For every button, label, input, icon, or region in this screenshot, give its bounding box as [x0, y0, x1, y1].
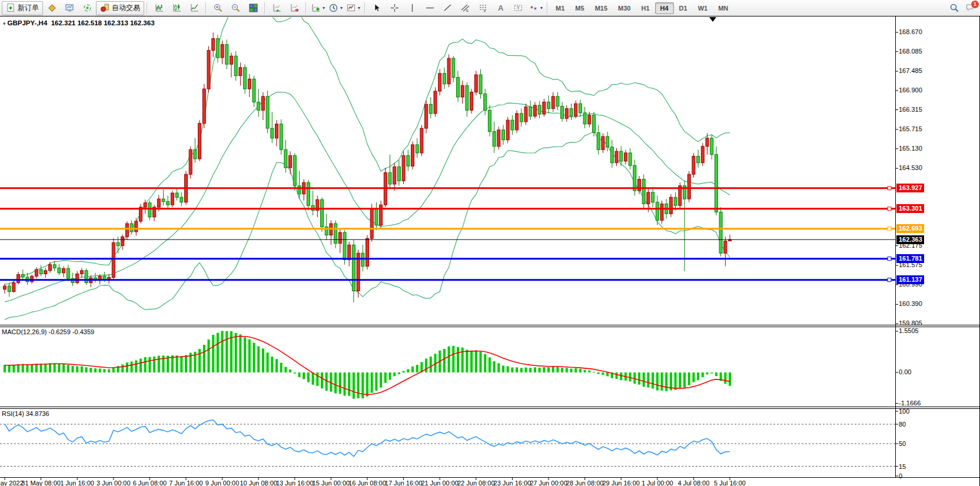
timeframe-mn[interactable]: MN [713, 2, 733, 14]
time-axis-label: 23 Jun 16:00 [494, 480, 531, 486]
timeframe-h1[interactable]: H1 [636, 2, 655, 14]
timeframe-m30[interactable]: M30 [613, 2, 636, 14]
zoom-in-button[interactable] [209, 1, 227, 15]
crosshair-icon [390, 3, 400, 13]
rsi-pane [0, 420, 895, 467]
market-watch-button[interactable] [61, 1, 78, 15]
price-axis-label: 164.530 [899, 164, 922, 171]
time-axis-label: 7 Jun 16:00 [169, 480, 203, 486]
timeframe-m1[interactable]: M1 [550, 2, 570, 14]
new-order-button[interactable]: 新订单 [2, 1, 43, 15]
timeframe-m5[interactable]: M5 [570, 2, 589, 14]
svg-text:E: E [466, 9, 469, 12]
symbol-dropdown-icon[interactable]: ▾ [3, 21, 6, 26]
timeframe-d1[interactable]: D1 [674, 2, 693, 14]
time-axis-label: 13 Jun 16:00 [276, 480, 314, 486]
auto-trading-label: 自动交易 [112, 3, 140, 13]
indicators-button[interactable]: ▾ [309, 1, 327, 15]
templates-icon [346, 3, 356, 13]
timeframe-w1[interactable]: W1 [693, 2, 713, 14]
zoom-out-button[interactable] [227, 1, 244, 15]
rsi-axis-label: 15 [899, 463, 906, 470]
price-line-label: 163.927 [896, 184, 924, 192]
fibonacci-icon: F [478, 3, 488, 13]
auto-scroll-button[interactable] [268, 1, 285, 15]
ohlc-values: 162.321 162.518 162.313 162.363 [51, 19, 155, 26]
rsi-axis-label: 80 [899, 421, 906, 428]
time-axis-label: 3 Jun 00:00 [97, 480, 131, 486]
trendline-icon [443, 3, 453, 13]
vertical-line-button[interactable] [403, 1, 421, 15]
horizontal-line-icon [425, 3, 435, 13]
line-chart-button[interactable] [185, 1, 203, 15]
time-axis-label: 31 May 08:00 [21, 480, 61, 486]
periods-icon [328, 3, 338, 13]
rsi-axis-label: 100 [899, 408, 909, 415]
rsi-axis-label: 0 [899, 472, 902, 480]
price-axis-label: 160.390 [899, 300, 922, 307]
time-axis-label: 10 Jun 08:00 [240, 480, 277, 486]
time-axis-label: 27 Jun 00:00 [530, 480, 567, 486]
toolbar-separator [547, 2, 548, 14]
chart-area[interactable]: ▾GBPJPY-,H4 162.321 162.518 162.313 162.… [0, 16, 980, 486]
chart-shift-icon [290, 3, 300, 13]
toolbar-right-group: 1 [949, 3, 975, 13]
candles-chart-button[interactable] [168, 1, 185, 15]
timeframe-h4[interactable]: H4 [655, 2, 674, 14]
cursor-button[interactable] [368, 1, 386, 15]
line-chart-icon [190, 3, 200, 13]
text-button[interactable]: A [491, 1, 509, 15]
time-axis-label: 4 Jul 08:00 [677, 480, 709, 486]
chat-button[interactable]: 1 [965, 3, 975, 13]
bars-chart-button[interactable] [150, 1, 168, 15]
current-price-label: 162.363 [896, 235, 924, 244]
price-axis-label: 166.315 [899, 106, 922, 113]
time-axis-label: 21 Jun 00:00 [421, 480, 459, 486]
time-axis-label: 30 May 2022 [0, 480, 24, 486]
timeframe-m15[interactable]: M15 [590, 2, 613, 14]
fibonacci-button[interactable]: F [474, 1, 491, 15]
notification-badge: 1 [971, 0, 979, 9]
new-order-label: 新订单 [18, 3, 39, 13]
chart-shift-button[interactable] [285, 1, 303, 15]
time-axis-label: 15 Jun 00:00 [313, 480, 350, 486]
profiles-button[interactable] [43, 1, 61, 15]
channel-button[interactable]: E [456, 1, 474, 15]
text-label-button[interactable]: T [509, 1, 527, 15]
tile-windows-icon [248, 3, 258, 13]
cursor-icon [372, 3, 382, 13]
horizontal-line-button[interactable] [421, 1, 438, 15]
time-axis-label: 17 Jun 16:00 [385, 480, 423, 486]
signal-button[interactable] [78, 1, 96, 15]
trendline-button[interactable] [438, 1, 456, 15]
symbol-ohlc-line: ▾GBPJPY-,H4 162.321 162.518 162.313 162.… [3, 19, 155, 26]
crosshair-button[interactable] [386, 1, 403, 15]
text-label-icon: T [513, 3, 523, 13]
chart-shift-marker[interactable] [709, 17, 716, 22]
arrows-button[interactable]: ▾ [527, 1, 544, 15]
price-axis-label: 165.715 [899, 125, 922, 132]
chart-canvas[interactable] [0, 16, 980, 486]
macd-axis-label: -1.1666 [899, 400, 921, 407]
price-line-label: 163.301 [896, 204, 924, 213]
toolbar: 新订单自动交易▾▾▾EFAT▾M1M5M15M30H1H4D1W1MN1 [0, 0, 980, 16]
time-axis-label: 1 Jun 16:00 [60, 480, 94, 486]
chevron-down-icon[interactable]: ▾ [358, 6, 360, 11]
chevron-down-icon[interactable]: ▾ [340, 6, 343, 11]
time-axis-label: 1 Jul 00:00 [642, 480, 673, 486]
periods-button[interactable]: ▾ [327, 1, 344, 15]
chevron-down-icon[interactable]: ▾ [323, 6, 325, 11]
macd-indicator-label: MACD(12,26,9) -0.6259 -0.4359 [2, 328, 94, 335]
search-button[interactable] [949, 3, 959, 13]
macd-axis-label: 1.5505 [899, 327, 919, 334]
macd-axis-label: 0.00 [899, 368, 911, 375]
market-watch-icon [65, 3, 75, 13]
bars-chart-icon [154, 3, 164, 13]
auto-trading-icon [100, 3, 110, 13]
auto-trading-button[interactable]: 自动交易 [96, 1, 144, 15]
price-line-label: 161.137 [896, 275, 924, 284]
tile-windows-button[interactable] [244, 1, 262, 15]
templates-button[interactable]: ▾ [344, 1, 362, 15]
svg-text:A: A [498, 4, 504, 12]
chevron-down-icon[interactable]: ▾ [540, 6, 543, 11]
